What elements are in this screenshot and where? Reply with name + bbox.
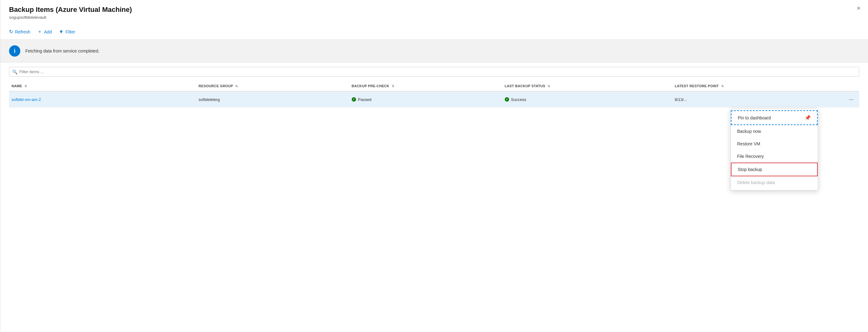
add-label: Add <box>44 29 52 34</box>
pin-icon: 📌 <box>805 115 811 121</box>
notification-message: Fetching data from service completed. <box>25 49 99 53</box>
backup-items-panel: × Backup Items (Azure Virtual Machine) s… <box>0 0 868 332</box>
table-row[interactable]: softdel-vm-am-2 softdeleterg Passed Succ… <box>9 91 859 108</box>
row-ellipsis-button[interactable]: ··· <box>847 96 856 103</box>
context-menu-pin[interactable]: Pin to dashboard 📌 <box>731 110 818 125</box>
sort-icon-precheck: ⇅ <box>392 84 394 88</box>
context-menu: Pin to dashboard 📌 Backup now Restore VM… <box>731 109 818 190</box>
context-menu-stop-backup[interactable]: Stop backup <box>731 163 818 176</box>
filter-icon: ▼ <box>59 29 64 35</box>
refresh-icon: ↻ <box>9 29 13 35</box>
search-wrapper: 🔍 <box>9 67 859 77</box>
search-input[interactable] <box>9 67 859 77</box>
filter-label: Filter <box>66 29 75 34</box>
status-dot <box>505 97 509 102</box>
backup-items-table: NAME ⇅ RESOURCE GROUP ⇅ BACKUP PRE-CHECK… <box>9 81 859 108</box>
status-label: Success <box>511 97 526 102</box>
sort-icon-restore: ⇅ <box>721 84 724 88</box>
col-header-precheck[interactable]: BACKUP PRE-CHECK ⇅ <box>349 81 502 91</box>
stop-backup-label: Stop backup <box>738 167 762 172</box>
precheck-label: Passed <box>358 97 371 102</box>
add-icon: ＋ <box>37 28 42 35</box>
precheck-status: Passed <box>352 97 498 102</box>
context-menu-delete-backup: Delete backup data <box>731 176 818 189</box>
refresh-label: Refresh <box>15 29 30 34</box>
table-container: NAME ⇅ RESOURCE GROUP ⇅ BACKUP PRE-CHECK… <box>0 81 868 108</box>
refresh-button[interactable]: ↻ Refresh <box>9 28 35 36</box>
backup-now-label: Backup now <box>737 129 761 134</box>
panel-header: Backup Items (Azure Virtual Machine) sog… <box>0 0 868 20</box>
cell-restore: 8/13/... <box>672 91 825 108</box>
col-header-actions <box>825 81 859 91</box>
restore-vm-label: Restore VM <box>737 141 760 146</box>
cell-rg: softdeleterg <box>196 91 349 108</box>
cell-precheck: Passed <box>349 91 502 108</box>
context-menu-restore-vm[interactable]: Restore VM <box>731 138 818 150</box>
cell-name[interactable]: softdel-vm-am-2 <box>9 91 196 108</box>
cell-actions: ··· <box>825 91 859 108</box>
search-row: 🔍 <box>0 62 868 81</box>
add-button[interactable]: ＋ Add <box>37 27 56 36</box>
col-header-status[interactable]: LAST BACKUP STATUS ⇅ <box>502 81 672 91</box>
col-header-restore[interactable]: LATEST RESTORE POINT ⇅ <box>672 81 825 91</box>
notification-bar: i Fetching data from service completed. <box>0 40 868 62</box>
delete-backup-label: Delete backup data <box>737 180 775 185</box>
context-menu-file-recovery[interactable]: File Recovery <box>731 150 818 163</box>
filter-button[interactable]: ▼ Filter <box>59 28 80 36</box>
context-menu-backup-now[interactable]: Backup now <box>731 125 818 138</box>
table-header-row: NAME ⇅ RESOURCE GROUP ⇅ BACKUP PRE-CHECK… <box>9 81 859 91</box>
col-header-rg[interactable]: RESOURCE GROUP ⇅ <box>196 81 349 91</box>
sort-icon-rg: ⇅ <box>235 84 238 88</box>
precheck-dot <box>352 97 356 102</box>
page-title: Backup Items (Azure Virtual Machine) <box>9 6 859 14</box>
backup-status: Success <box>505 97 669 102</box>
toolbar: ↻ Refresh ＋ Add ▼ Filter <box>0 24 868 40</box>
close-button[interactable]: × <box>857 5 861 11</box>
sort-icon-status: ⇅ <box>548 84 550 88</box>
sort-icon-name: ⇅ <box>24 84 27 88</box>
search-icon: 🔍 <box>12 70 18 75</box>
cell-status: Success <box>502 91 672 108</box>
file-recovery-label: File Recovery <box>737 154 764 159</box>
info-icon: i <box>9 45 20 57</box>
pin-to-dashboard-label: Pin to dashboard <box>738 115 771 120</box>
vault-subtitle: sogupsoftdeletevault <box>9 15 859 20</box>
col-header-name[interactable]: NAME ⇅ <box>9 81 196 91</box>
